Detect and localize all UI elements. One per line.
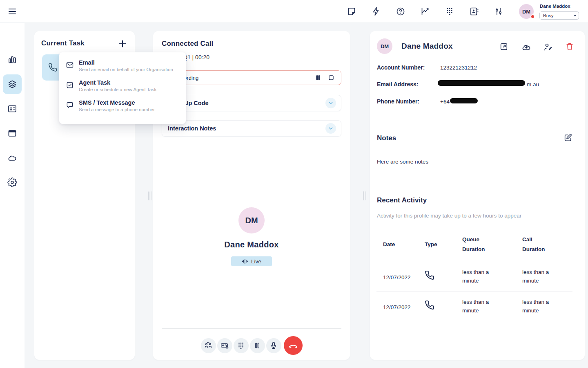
row-divider — [376, 292, 572, 292]
bar-chart-icon — [7, 55, 17, 65]
recent-activity-subtitle: Activity for this profile may take up to… — [377, 213, 521, 219]
panel-resize-handle-left[interactable] — [148, 191, 152, 200]
recording-bar: Recording — [162, 70, 341, 85]
download-profile-button[interactable] — [521, 42, 530, 51]
open-profile-button[interactable] — [499, 42, 508, 51]
nav-contacts[interactable] — [7, 104, 17, 114]
contact-name: Dane Maddox — [401, 42, 453, 51]
user-edit-icon — [543, 42, 553, 52]
voicemail-icon — [220, 341, 229, 350]
help-icon — [396, 7, 405, 16]
help-button[interactable] — [396, 7, 405, 16]
panel-resize-handle-right[interactable] — [363, 191, 367, 200]
menu-item-agent-task[interactable]: Agent Task Create or schedule a new Agen… — [59, 76, 186, 96]
sliders-icon — [494, 7, 503, 16]
nav-settings[interactable] — [7, 177, 17, 187]
contact-book-icon — [469, 7, 479, 16]
menu-item-title: Agent Task — [79, 79, 156, 86]
settings-filters-button[interactable] — [494, 7, 503, 16]
pause-icon — [253, 341, 261, 350]
analytics-button[interactable] — [420, 7, 430, 16]
chevron-down-icon — [327, 100, 334, 106]
user-name: Dane Maddox — [540, 4, 570, 9]
microphone-icon — [270, 341, 278, 350]
contact-profile-panel: DM Dane Maddox Account Number: 123221231… — [370, 31, 585, 360]
dialpad-button[interactable] — [445, 7, 454, 16]
stop-recording-button[interactable] — [327, 74, 335, 82]
dialpad-control-button[interactable] — [234, 338, 249, 353]
email-label: Email Address: — [377, 81, 418, 88]
cloud-icon — [7, 153, 17, 163]
row-call-duration: less than a minute — [522, 268, 561, 285]
lightning-icon — [371, 7, 381, 16]
envelope-icon — [66, 61, 74, 69]
hamburger-icon — [7, 7, 17, 16]
contacts-directory-button[interactable] — [469, 7, 479, 16]
add-task-button[interactable] — [118, 39, 127, 49]
hangup-phone-icon — [288, 340, 298, 351]
pause-recording-button[interactable] — [314, 74, 322, 82]
top-bar: DM Dane Maddox Busy — [0, 0, 588, 23]
nav-tasks[interactable] — [7, 79, 17, 89]
line-chart-icon — [420, 7, 430, 16]
col-header-type: Type — [425, 240, 437, 249]
waveform-icon — [242, 258, 248, 264]
plus-icon — [118, 39, 127, 49]
quick-actions-button[interactable] — [371, 7, 381, 16]
layers-icon — [7, 79, 17, 89]
account-number-label: Account Number: — [377, 64, 425, 71]
contact-avatar-initials: DM — [381, 43, 389, 49]
email-redaction-bar — [438, 80, 525, 86]
menu-item-sms[interactable]: SMS / Text Message Send a message to a p… — [59, 96, 186, 116]
notes-tool-button[interactable] — [347, 7, 356, 16]
current-task-title: Current Task — [41, 39, 85, 47]
delete-contact-button[interactable] — [565, 42, 574, 51]
account-number-value: 123221231212 — [440, 65, 477, 71]
controls-divider — [162, 328, 341, 329]
live-label: Live — [251, 258, 261, 265]
note-icon — [347, 7, 356, 16]
chevron-bg — [325, 123, 336, 134]
col-header-date: Date — [383, 240, 395, 249]
menu-item-title: SMS / Text Message — [79, 99, 155, 106]
new-task-menu: Email Send an email on behalf of your Or… — [59, 52, 186, 124]
status-select[interactable]: Busy — [539, 11, 579, 20]
nav-workspace[interactable] — [7, 128, 17, 138]
interaction-notes-label: Interaction Notes — [168, 125, 325, 132]
transfer-call-button[interactable] — [201, 338, 216, 353]
col-header-call-duration: Call Duration — [522, 235, 551, 255]
call-type-icon — [425, 270, 434, 280]
call-contact-name: Dane Maddox — [224, 240, 278, 249]
wrap-up-code-accordion[interactable]: Wrap Up Code — [162, 95, 341, 111]
col-header-queue-duration: Queue Duration — [462, 235, 491, 255]
chevron-down-icon — [327, 125, 334, 132]
nav-dashboard[interactable] — [7, 55, 17, 65]
mute-button[interactable] — [266, 338, 281, 353]
contact-avatar: DM — [377, 38, 392, 54]
transfer-icon — [204, 341, 213, 350]
section-divider — [376, 185, 578, 185]
left-nav-rail — [0, 23, 24, 368]
menu-item-title: Email — [79, 59, 173, 66]
interaction-notes-accordion[interactable]: Interaction Notes — [162, 120, 341, 137]
menu-item-email[interactable]: Email Send an email on behalf of your Or… — [59, 56, 186, 76]
edit-note-icon — [564, 133, 572, 142]
gear-icon — [7, 177, 17, 187]
end-call-button[interactable] — [284, 336, 303, 355]
row-queue-duration: less than a minute — [462, 268, 501, 285]
edit-contact-button[interactable] — [543, 42, 552, 51]
row-call-duration: less than a minute — [522, 298, 561, 315]
nav-cloud[interactable] — [7, 153, 17, 163]
edit-notes-button[interactable] — [564, 133, 572, 142]
stop-icon — [327, 74, 335, 82]
hold-call-button[interactable] — [250, 338, 265, 353]
email-visible-suffix: m.au — [527, 81, 539, 88]
voicemail-drop-button[interactable] — [217, 338, 232, 353]
row-queue-duration: less than a minute — [462, 298, 501, 315]
notes-title: Notes — [377, 134, 396, 142]
notes-content: Here are some notes — [377, 159, 428, 165]
call-type-icon — [425, 300, 434, 310]
user-avatar-initials: DM — [522, 9, 530, 15]
row-date: 12/07/2022 — [383, 303, 411, 312]
hamburger-menu-button[interactable] — [7, 7, 17, 16]
